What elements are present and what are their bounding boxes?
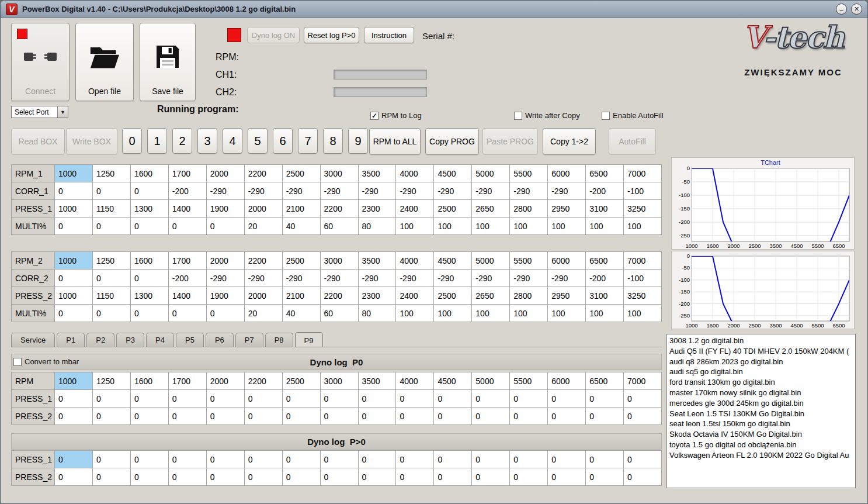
cell[interactable]: 1000 — [55, 372, 93, 390]
cell[interactable]: 0 — [624, 451, 662, 468]
cell[interactable]: 4500 — [434, 372, 472, 390]
cell[interactable]: 40 — [282, 218, 320, 235]
cell[interactable]: 2800 — [510, 287, 548, 305]
cell[interactable]: 0 — [434, 451, 472, 468]
cell[interactable]: 2200 — [244, 165, 282, 182]
cell[interactable]: 0 — [358, 451, 396, 468]
cell[interactable]: 2950 — [548, 200, 586, 218]
tab-p1[interactable]: P1 — [57, 333, 85, 347]
cell[interactable]: 3500 — [358, 252, 396, 270]
select-port-dropdown[interactable]: Select Port ▼ — [11, 106, 68, 118]
cell[interactable]: 2200 — [320, 287, 358, 305]
cell[interactable]: 0 — [92, 270, 130, 287]
open-file-button[interactable]: Open file — [75, 23, 134, 101]
cell[interactable]: 5000 — [472, 165, 510, 182]
cell[interactable]: 0 — [548, 451, 586, 468]
cell[interactable]: -200 — [586, 270, 624, 287]
cell[interactable]: 0 — [586, 451, 624, 468]
tab-p3[interactable]: P3 — [116, 333, 144, 347]
cell[interactable]: 0 — [168, 408, 206, 425]
cell[interactable]: 0 — [130, 305, 168, 322]
cell[interactable]: 100 — [472, 218, 510, 235]
cell[interactable]: 20 — [244, 305, 282, 322]
cell[interactable]: 2200 — [244, 252, 282, 270]
chevron-down-icon[interactable]: ▼ — [57, 106, 68, 118]
cell[interactable]: 1700 — [168, 372, 206, 390]
cell[interactable]: 2500 — [282, 372, 320, 390]
cell[interactable]: 2800 — [510, 200, 548, 218]
dyno-log-on-button[interactable]: Dyno log ON — [247, 27, 300, 43]
cell[interactable]: 1600 — [130, 165, 168, 182]
reset-log-button[interactable]: Reset log P>0 — [304, 27, 359, 43]
cell[interactable]: 0 — [434, 468, 472, 486]
cell[interactable]: 2500 — [434, 200, 472, 218]
cell[interactable]: -290 — [548, 270, 586, 287]
cell[interactable]: 6500 — [586, 372, 624, 390]
cell[interactable]: 6500 — [586, 165, 624, 182]
cell[interactable]: 2200 — [244, 372, 282, 390]
tab-p6[interactable]: P6 — [206, 333, 234, 347]
cell[interactable]: 0 — [206, 451, 244, 468]
cell[interactable]: 0 — [548, 468, 586, 486]
cell[interactable]: 3100 — [586, 287, 624, 305]
cell[interactable]: 4500 — [434, 252, 472, 270]
cell[interactable]: 0 — [510, 390, 548, 408]
cell[interactable]: 100 — [548, 305, 586, 322]
cell[interactable]: 4500 — [434, 165, 472, 182]
cell[interactable]: -290 — [320, 270, 358, 287]
instruction-button[interactable]: Instruction — [364, 27, 414, 43]
cell[interactable]: 0 — [434, 408, 472, 425]
connect-button[interactable]: Connect — [11, 23, 70, 101]
cell[interactable]: 2650 — [472, 200, 510, 218]
cell[interactable]: 0 — [130, 182, 168, 200]
file-list-item[interactable]: Audi Q5 II (FY FL) 40 TDI MHEV 2.0 150kW… — [669, 346, 853, 357]
cell[interactable]: 0 — [206, 305, 244, 322]
cell[interactable]: 1900 — [206, 287, 244, 305]
cell[interactable]: 0 — [206, 390, 244, 408]
cell[interactable]: 3000 — [320, 165, 358, 182]
cell[interactable]: -200 — [168, 270, 206, 287]
cell[interactable]: 7000 — [624, 372, 662, 390]
cell[interactable]: 2000 — [244, 200, 282, 218]
cell[interactable]: 0 — [320, 390, 358, 408]
tab-p9[interactable]: P9 — [295, 332, 323, 347]
cell[interactable]: 3000 — [320, 252, 358, 270]
digit-button-4[interactable]: 4 — [223, 128, 242, 154]
cell[interactable]: 3250 — [624, 287, 662, 305]
cell[interactable]: 2500 — [282, 165, 320, 182]
cell[interactable]: 100 — [434, 218, 472, 235]
cell[interactable]: 100 — [472, 305, 510, 322]
cell[interactable]: 0 — [130, 451, 168, 468]
cell[interactable]: 6000 — [548, 165, 586, 182]
digit-button-8[interactable]: 8 — [323, 128, 343, 154]
cell[interactable]: 0 — [472, 390, 510, 408]
file-list-item[interactable]: Skoda Octavia IV 150KM Go Digital.bin — [669, 429, 853, 440]
cell[interactable]: 4000 — [396, 252, 434, 270]
file-list-item[interactable]: Volkswagen Arteon FL 2.0 190KM 2022 Go D… — [669, 450, 853, 461]
cell[interactable]: 0 — [130, 218, 168, 235]
cell[interactable]: 0 — [510, 451, 548, 468]
digit-button-3[interactable]: 3 — [197, 128, 217, 154]
cell[interactable]: 100 — [586, 305, 624, 322]
cell[interactable]: 0 — [320, 451, 358, 468]
cell[interactable]: 0 — [168, 451, 206, 468]
cell[interactable]: 3500 — [358, 165, 396, 182]
digit-button-0[interactable]: 0 — [122, 128, 142, 154]
cell[interactable]: 0 — [55, 218, 93, 235]
cell[interactable]: 100 — [624, 218, 662, 235]
cell[interactable]: 0 — [510, 408, 548, 425]
cell[interactable]: 0 — [358, 408, 396, 425]
cell[interactable]: 2400 — [396, 200, 434, 218]
cell[interactable]: 0 — [624, 390, 662, 408]
cell[interactable]: 1600 — [130, 372, 168, 390]
cell[interactable]: -290 — [282, 182, 320, 200]
cell[interactable]: 0 — [55, 182, 93, 200]
cell[interactable]: 0 — [472, 408, 510, 425]
cell[interactable]: -290 — [510, 182, 548, 200]
file-list-item[interactable]: audi sq5 go digital.bin — [669, 367, 853, 377]
cell[interactable]: 2650 — [472, 287, 510, 305]
autofill-button[interactable]: AutoFill — [609, 128, 656, 155]
cell[interactable]: 0 — [55, 305, 93, 322]
cell[interactable]: 0 — [282, 390, 320, 408]
cell[interactable]: 1700 — [168, 165, 206, 182]
